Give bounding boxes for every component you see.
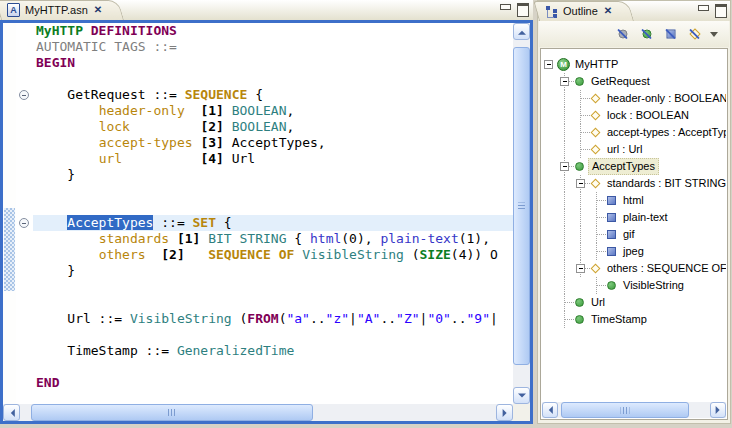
close-icon[interactable]: ✕: [604, 6, 612, 16]
tree-item[interactable]: TimeStamp: [542, 311, 726, 328]
field-icon: [589, 109, 602, 122]
close-icon[interactable]: ✕: [94, 5, 102, 15]
tree-guide-line: [564, 107, 565, 124]
outline-view-icon: [545, 5, 558, 18]
hide-values-filter-icon[interactable]: [662, 26, 679, 43]
code-line: TimeStamp ::= GeneralizedTime: [33, 343, 498, 359]
code-line: END: [33, 375, 498, 391]
code-line: MyHTTP DEFINITIONS: [33, 23, 498, 39]
tree-item[interactable]: gif: [542, 226, 726, 243]
scroll-up-icon[interactable]: [513, 23, 530, 40]
tree-guide-line: [564, 175, 565, 192]
tree-item-label: html: [620, 192, 647, 209]
tree-item[interactable]: standards : BIT STRING: [542, 175, 726, 192]
tree-item[interactable]: plain-text: [542, 209, 726, 226]
tree-item[interactable]: Url: [542, 294, 726, 311]
tree-item-label: others : SEQUENCE OF: [604, 260, 726, 277]
tree-collapse-icon[interactable]: [576, 179, 585, 188]
scroll-down-icon[interactable]: [513, 387, 530, 404]
tree-item[interactable]: VisibleString: [542, 277, 726, 294]
range-indicator: [4, 208, 15, 291]
minimize-icon[interactable]: [697, 4, 709, 15]
tree-item-label: lock : BOOLEAN: [604, 107, 692, 124]
code-line: BEGIN: [33, 55, 498, 71]
tree-guide-line: [564, 90, 565, 107]
asn-file-icon: A: [7, 3, 20, 17]
tree-item[interactable]: html: [542, 192, 726, 209]
scroll-left-icon[interactable]: [542, 402, 558, 418]
horizontal-scroll-thumb[interactable]: [31, 404, 313, 421]
tree-guide-line: [564, 209, 565, 226]
tree-collapse-icon[interactable]: [560, 77, 569, 86]
tree-guide-line: [580, 192, 581, 209]
tree-item-label: header-only : BOOLEAN: [604, 90, 726, 107]
fold-collapse-icon[interactable]: [19, 90, 29, 100]
tree-collapse-icon[interactable]: [576, 264, 585, 273]
code-line: url [4] Url: [33, 151, 498, 167]
tree-item-label: accept-types : AcceptTypes: [604, 124, 726, 141]
code-line: [33, 71, 498, 87]
outline-tab[interactable]: Outline ✕: [539, 1, 620, 21]
scroll-right-icon[interactable]: [710, 402, 726, 418]
tree-item-label: MyHTTP: [572, 56, 621, 73]
maximize-icon[interactable]: [516, 3, 528, 14]
tree-collapse-icon[interactable]: [560, 162, 569, 171]
minimize-icon[interactable]: [499, 3, 511, 14]
tree-item[interactable]: MMyHTTP: [542, 56, 726, 73]
tree-item[interactable]: jpeg: [542, 243, 726, 260]
field-icon: [589, 262, 602, 275]
view-menu-icon[interactable]: [710, 26, 719, 43]
tree-item[interactable]: GetRequest: [542, 73, 726, 90]
tree-guide-line: [564, 243, 565, 260]
tree-item[interactable]: AcceptTypes: [542, 158, 726, 175]
code-line: accept-types [3] AcceptTypes,: [33, 135, 498, 151]
scroll-right-icon[interactable]: [496, 404, 513, 421]
maximize-icon[interactable]: [714, 4, 726, 15]
editor-vertical-scrollbar[interactable]: [513, 23, 530, 404]
vertical-scroll-thumb[interactable]: [513, 47, 530, 365]
code-line: GetRequest ::= SEQUENCE {: [33, 87, 498, 103]
editor-tab-myhttp[interactable]: A MyHTTP.asn ✕: [1, 0, 110, 20]
code-line: [33, 359, 498, 375]
outline-toolbar: [539, 21, 729, 47]
editor-horizontal-scrollbar[interactable]: [3, 404, 513, 421]
type-icon: [573, 313, 586, 326]
tree-item-label: AcceptTypes: [588, 158, 659, 175]
horizontal-scroll-thumb[interactable]: [561, 402, 689, 418]
hide-types-filter-icon[interactable]: [638, 26, 655, 43]
tree-guide-line: [564, 277, 565, 294]
tree-item[interactable]: header-only : BOOLEAN: [542, 90, 726, 107]
type-icon: [573, 75, 586, 88]
tree-item[interactable]: accept-types : AcceptTypes: [542, 124, 726, 141]
folding-ruler: [16, 23, 33, 404]
tree-item[interactable]: others : SEQUENCE OF: [542, 260, 726, 277]
code-line: AcceptTypes ::= SET {: [33, 215, 498, 231]
fold-collapse-icon[interactable]: [19, 218, 29, 228]
tree-guide-line: [564, 192, 565, 209]
value-icon: [605, 194, 618, 207]
hide-modules-filter-icon[interactable]: [614, 26, 631, 43]
tree-guide-line: [580, 243, 581, 260]
code-line: Url ::= VisibleString (FROM("a".."z"|"A"…: [33, 311, 498, 327]
code-editor[interactable]: MyHTTP DEFINITIONSAUTOMATIC TAGS ::=BEGI…: [33, 23, 513, 404]
tree-collapse-icon[interactable]: [544, 60, 553, 69]
tree-item-label: VisibleString: [620, 277, 687, 294]
outline-horizontal-scrollbar[interactable]: [542, 402, 726, 418]
hide-fields-filter-icon[interactable]: [686, 26, 703, 43]
outline-view: Outline ✕ MMyHTTPGetRequestheader-only :…: [537, 0, 731, 424]
value-icon: [605, 228, 618, 241]
value-icon: [605, 211, 618, 224]
tree-item-label: jpeg: [620, 243, 647, 260]
tree-item[interactable]: lock : BOOLEAN: [542, 107, 726, 124]
tree-item-label: url : Url: [604, 141, 645, 158]
tree-item-label: plain-text: [620, 209, 671, 226]
field-icon: [589, 143, 602, 156]
tree-guide-line: [564, 226, 565, 243]
annotation-ruler: [3, 23, 16, 404]
editor-pane: A MyHTTP.asn ✕ MyHTTP DEFINITIONSAUTOMAT…: [0, 0, 533, 424]
scroll-left-icon[interactable]: [3, 404, 20, 421]
field-icon: [589, 92, 602, 105]
code-line: standards [1] BIT STRING { html(0), plai…: [33, 231, 498, 247]
tree-item[interactable]: url : Url: [542, 141, 726, 158]
outline-tree-area: MMyHTTPGetRequestheader-only : BOOLEANlo…: [540, 48, 728, 420]
